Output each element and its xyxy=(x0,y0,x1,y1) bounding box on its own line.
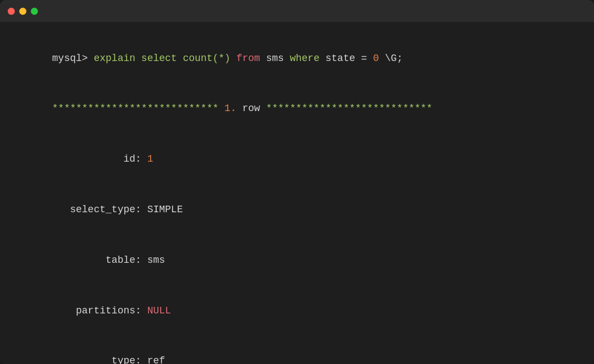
maximize-button[interactable] xyxy=(31,8,38,15)
partitions-label: partitions: xyxy=(52,305,147,316)
terminal-content: mysql> explain select count(*) from sms … xyxy=(0,22,594,364)
minimize-button[interactable] xyxy=(19,8,26,15)
state-field: state = xyxy=(326,53,373,64)
type-value: ref xyxy=(147,355,165,364)
table-value: sms xyxy=(147,255,165,266)
field-id: id: 1 xyxy=(16,134,578,185)
id-label: id: xyxy=(52,153,147,164)
table-label: table: xyxy=(52,255,147,266)
command-line: mysql> explain select count(*) from sms … xyxy=(16,33,578,84)
from-keyword: from xyxy=(237,53,266,64)
id-value: 1 xyxy=(147,153,153,164)
title-bar xyxy=(0,0,594,22)
partitions-value: NULL xyxy=(147,305,171,316)
row-text: row xyxy=(237,103,266,114)
select-type-label: select_type: xyxy=(52,204,147,215)
count-keyword: count(*) xyxy=(183,53,236,64)
explain-keyword: explain xyxy=(94,53,141,64)
close-button[interactable] xyxy=(8,8,15,15)
field-partitions: partitions: NULL xyxy=(16,285,578,336)
command-end: \G; xyxy=(379,53,403,64)
field-type: type: ref xyxy=(16,336,578,364)
stars-left: **************************** xyxy=(52,103,224,114)
type-label: type: xyxy=(52,355,147,364)
field-table: table: sms xyxy=(16,235,578,285)
terminal-window: mysql> explain select count(*) from sms … xyxy=(0,0,594,364)
row-divider: **************************** 1. row ****… xyxy=(16,84,578,134)
table-name: sms xyxy=(266,53,290,64)
state-value: 0 xyxy=(373,53,379,64)
where-keyword: where xyxy=(290,53,326,64)
field-select-type: select_type: SIMPLE xyxy=(16,184,578,235)
prompt: mysql> xyxy=(52,53,94,64)
stars-right: **************************** xyxy=(266,103,432,114)
row-number: 1. xyxy=(224,103,237,114)
select-type-value: SIMPLE xyxy=(147,204,183,215)
select-keyword: select xyxy=(141,53,183,64)
